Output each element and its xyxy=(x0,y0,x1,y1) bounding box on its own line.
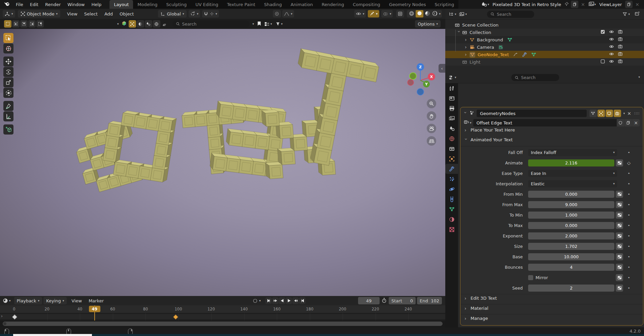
workspace-tab-shading[interactable]: Shading xyxy=(260,0,286,9)
next-keyframe-button[interactable] xyxy=(292,297,299,304)
photo-toggle[interactable] xyxy=(618,59,623,65)
workspace-tab-compositing[interactable]: Compositing xyxy=(348,0,385,9)
scene-dropdown-chevron[interactable]: ▾ xyxy=(488,3,489,6)
prev-keyframe-button[interactable] xyxy=(272,297,279,304)
properties-tab-tool[interactable] xyxy=(445,83,458,93)
timeline-menu-keying[interactable]: Keying ▾ xyxy=(43,297,67,304)
gizmos-dropdown[interactable]: ▾ xyxy=(368,10,379,17)
decorator-dot[interactable]: • xyxy=(626,233,632,238)
modifier-close-icon[interactable]: × xyxy=(627,111,631,116)
modifier-apply-on-spline-toggle[interactable] xyxy=(589,110,597,117)
menu-render[interactable]: Render xyxy=(42,2,64,7)
unlink-node-tree-icon[interactable]: × xyxy=(632,119,640,126)
properties-editor-type-button[interactable]: ▾ xyxy=(449,75,456,80)
viewlayer-delete-icon[interactable]: × xyxy=(635,2,639,7)
decorator-dot[interactable]: • xyxy=(626,181,632,186)
use-attribute-toggle[interactable] xyxy=(616,232,623,239)
properties-tab-texture[interactable] xyxy=(445,224,458,234)
use-attribute-toggle[interactable] xyxy=(616,222,623,229)
select-mode-intersect[interactable] xyxy=(36,20,44,28)
properties-tab-collection[interactable] xyxy=(445,144,458,154)
properties-tab-particles[interactable] xyxy=(445,174,458,184)
camera-view-button[interactable] xyxy=(427,124,436,133)
node-tree-icon[interactable] xyxy=(464,120,469,126)
jump-start-button[interactable] xyxy=(265,297,272,304)
workspace-tab-uv-editing[interactable]: UV Editing xyxy=(191,0,223,9)
use-attribute-toggle[interactable] xyxy=(616,191,623,198)
outliner-row-light[interactable]: Light xyxy=(445,58,644,66)
filter-material-icon[interactable] xyxy=(137,20,144,28)
eye-toggle[interactable] xyxy=(609,51,614,58)
use-attribute-toggle[interactable] xyxy=(616,253,623,260)
expand-chevron[interactable]: › xyxy=(465,37,468,42)
orientation-dropdown[interactable]: Global ▾ xyxy=(158,10,187,17)
use-attribute-toggle[interactable] xyxy=(616,264,623,271)
tool-move[interactable] xyxy=(3,57,13,67)
filter-brush-icon[interactable] xyxy=(161,20,168,28)
outliner-row-geonode_text[interactable]: ›GeoNode_Text xyxy=(445,51,644,58)
use-attribute-toggle[interactable] xyxy=(616,274,623,281)
menu-file[interactable]: File xyxy=(12,2,27,7)
timeline-menu-view[interactable]: View xyxy=(68,298,85,303)
timeline-channel-area[interactable]: › xyxy=(0,313,445,321)
panel-material[interactable]: ›Material xyxy=(464,306,488,311)
select-mode-subtract[interactable] xyxy=(20,20,28,28)
navigation-gizmo[interactable]: Z X Y xyxy=(404,61,441,98)
scene-copy-button[interactable] xyxy=(571,1,578,8)
panel-manage[interactable]: ›Manage xyxy=(464,316,488,321)
field-value[interactable]: 0.000 xyxy=(528,222,614,229)
workspace-tab-sculpting[interactable]: Sculpting xyxy=(162,0,191,9)
properties-tab-render[interactable] xyxy=(445,93,458,103)
shading-rendered-button[interactable] xyxy=(431,10,438,18)
play-reverse-button[interactable] xyxy=(279,297,285,304)
orthographic-grid-button[interactable] xyxy=(427,136,436,146)
workspace-tab-modeling[interactable]: Modeling xyxy=(133,0,162,9)
properties-tab-output[interactable] xyxy=(445,103,458,113)
properties-search-input[interactable]: Search xyxy=(511,74,559,81)
mirror-checkbox[interactable]: Mirror xyxy=(528,275,548,280)
tool-annotate[interactable] xyxy=(3,101,13,111)
workspace-tab-texture-paint[interactable]: Texture Paint xyxy=(223,0,260,9)
viewport-canvas[interactable]: Z X Y ‹ xyxy=(0,29,445,296)
workspace-tab-scripting[interactable]: Scripting xyxy=(430,0,459,9)
checkon-toggle[interactable] xyxy=(600,29,605,35)
viewport-menu-object[interactable]: Object xyxy=(116,11,137,16)
decorator-dot[interactable]: • xyxy=(626,254,632,259)
field-dropdown[interactable]: Ease In▾ xyxy=(528,170,617,177)
properties-tab-viewlayer[interactable] xyxy=(445,113,458,123)
workspace-tab-geometry-nodes[interactable]: Geometry Nodes xyxy=(385,0,430,9)
decorator-dot[interactable]: • xyxy=(626,171,632,176)
checkoff-toggle[interactable] xyxy=(600,59,605,65)
decorator-dot[interactable]: • xyxy=(626,150,632,155)
copy-node-tree-button[interactable] xyxy=(624,119,632,126)
expand-chevron[interactable]: › xyxy=(457,31,461,34)
properties-tab-physics[interactable] xyxy=(445,184,458,194)
end-frame-field[interactable]: End102 xyxy=(417,297,442,304)
use-attribute-toggle[interactable] xyxy=(616,212,623,219)
viewport-menu-select[interactable]: Select xyxy=(81,11,101,16)
field-dropdown[interactable]: Index Falloff▾ xyxy=(528,149,617,156)
current-frame-badge[interactable]: 49 xyxy=(89,306,100,312)
overlays-dropdown[interactable]: ▾ xyxy=(381,10,393,17)
tool-transform[interactable] xyxy=(3,88,13,98)
scene-delete-icon[interactable]: × xyxy=(581,2,585,7)
field-value[interactable]: 0.000 xyxy=(528,191,614,198)
modifier-drag-handle[interactable]: ∷∷ xyxy=(634,111,640,116)
field-value[interactable]: 1.000 xyxy=(528,212,614,219)
node-tree-browse-chevron[interactable]: ▾ xyxy=(470,121,472,124)
outliner-row-background[interactable]: ›Background xyxy=(445,36,644,43)
bookmark-icon[interactable] xyxy=(257,21,261,27)
decorator-dot[interactable]: • xyxy=(626,265,632,270)
field-slider[interactable]: 2.116 xyxy=(528,159,614,166)
field-value[interactable]: 9.000 xyxy=(528,201,614,208)
viewlayer-icon[interactable] xyxy=(588,2,594,7)
timeline-scrollbar-thumb[interactable] xyxy=(3,322,443,326)
eye-toggle[interactable] xyxy=(609,29,614,35)
filter-object-icon[interactable] xyxy=(129,20,136,28)
menu-edit[interactable]: Edit xyxy=(27,2,42,7)
use-attribute-toggle[interactable] xyxy=(616,159,623,166)
field-value[interactable]: 4 xyxy=(528,264,614,271)
shading-material-button[interactable] xyxy=(424,10,431,18)
play-button[interactable] xyxy=(286,297,292,304)
decorator-dot[interactable]: • xyxy=(626,223,632,228)
